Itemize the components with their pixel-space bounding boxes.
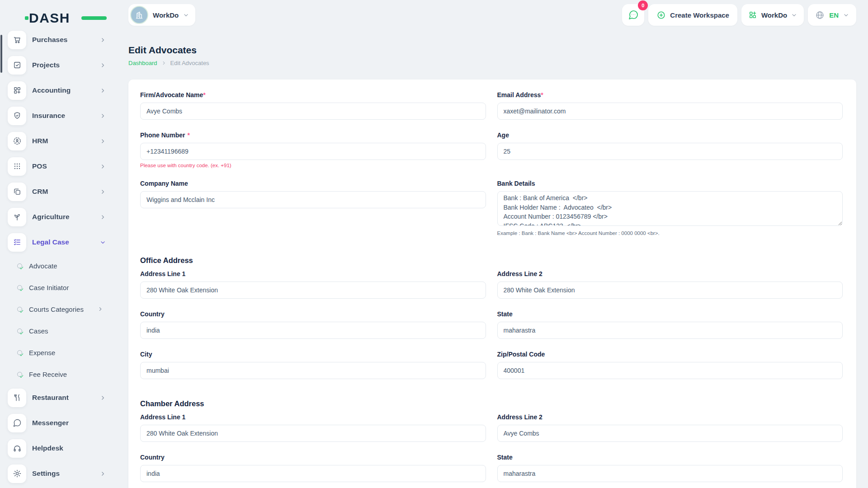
office-state-input[interactable] [497,322,843,339]
workspace-name: WorkDo [153,11,179,19]
phone-label: Phone Number* [140,131,486,139]
office-address1-label: Address Line 1 [140,270,486,277]
chamber-country-label: Country [140,454,486,461]
dots-grid-icon [8,157,26,176]
language-code: EN [829,11,839,19]
chamber-address2-input[interactable] [497,425,843,442]
sidebar-item-fee-receive[interactable]: Fee Receive [0,363,128,385]
sidebar-item-expense[interactable]: Expense [0,342,128,363]
office-country-input[interactable] [140,322,486,339]
circle-check-icon [17,263,22,268]
sidebar-item-insurance[interactable]: Insurance [0,103,128,128]
circle-check-icon [17,372,22,377]
sidebar-item-label: CRM [32,188,48,196]
chevron-down-icon [843,12,849,18]
chevron-right-icon [100,37,106,43]
sidebar-subitem-label: Cases [29,327,48,335]
chevron-right-icon [98,306,103,312]
office-city-field-group: City [140,351,486,379]
age-input[interactable] [497,143,843,160]
email-input[interactable] [497,103,843,120]
messages-button[interactable]: 0 [622,4,644,26]
workspace-switcher[interactable]: WorkDo [128,4,195,26]
sidebar-item-label: Restaurant [32,394,69,402]
sidebar-item-settings[interactable]: Settings [0,461,128,486]
office-address1-input[interactable] [140,282,486,299]
chevron-right-icon [100,88,106,94]
office-address-heading: Office Address [140,256,843,265]
chamber-address1-input[interactable] [140,425,486,442]
sidebar-item-agriculture[interactable]: Agriculture [0,204,128,230]
company-name-input[interactable] [140,191,486,208]
company-menu-button[interactable]: WorkDo [741,4,804,26]
create-workspace-label: Create Workspace [670,11,729,19]
logo-accent-dot [25,16,28,20]
chevron-right-icon [100,214,106,220]
sidebar-item-accounting[interactable]: Accounting [0,78,128,103]
office-city-input[interactable] [140,362,486,379]
chamber-address2-field-group: Address Line 2 [497,413,843,442]
company-name-field-group: Company Name [140,180,486,236]
sidebar-item-crm[interactable]: CRM [0,179,128,204]
cart-icon [8,31,26,49]
office-address2-input[interactable] [497,282,843,299]
chat-icon [628,9,639,20]
sidebar-subitem-label: Courts Categories [29,305,84,313]
chamber-address1-label: Address Line 1 [140,413,486,421]
chamber-state-input[interactable] [497,465,843,482]
sidebar-item-restaurant[interactable]: Restaurant [0,385,128,410]
breadcrumb-dashboard-link[interactable]: Dashboard [128,60,157,66]
sidebar-item-label: Messenger [32,419,69,427]
bank-details-label: Bank Details [497,180,843,187]
chat-bubble-icon [8,414,26,432]
sidebar-item-label: Accounting [32,86,71,94]
app-logo[interactable]: DASH [29,9,88,27]
sidebar-item-helpdesk[interactable]: Helpdesk [0,436,128,461]
bank-details-textarea[interactable]: Bank : Bank of America </br> Bank Holder… [497,191,843,226]
sidebar-item-legal-case[interactable]: Legal Case [0,230,128,255]
phone-hint: Please use with country code. (ex. +91) [140,163,486,168]
chamber-country-input[interactable] [140,465,486,482]
circle-check-icon [17,328,22,333]
language-selector[interactable]: EN [808,4,856,26]
sidebar-item-purchases[interactable]: Purchases [0,27,128,52]
sidebar-item-hrm[interactable]: HRM [0,128,128,154]
company-name-label: Company Name [140,180,486,187]
chevron-down-icon [100,239,106,245]
chevron-right-icon [100,164,106,169]
sidebar-subitem-label: Advocate [29,262,57,270]
sidebar-scrollbar[interactable] [0,35,2,73]
phone-field-group: Phone Number* Please use with country co… [140,131,486,168]
header-actions: 0 Create Workspace WorkDo [622,4,856,26]
sidebar-item-pos[interactable]: POS [0,154,128,179]
shield-check-icon [8,107,26,125]
office-zip-input[interactable] [497,362,843,379]
phone-input[interactable] [140,143,486,160]
create-workspace-button[interactable]: Create Workspace [648,4,737,26]
checklist-icon [8,233,26,252]
circle-check-icon [17,285,22,290]
sidebar-item-label: HRM [32,137,48,145]
sidebar-item-messenger[interactable]: Messenger [0,410,128,436]
copy-icon [8,183,26,201]
office-address1-field-group: Address Line 1 [140,270,486,299]
sidebar-item-courts-categories[interactable]: Courts Categories [0,298,128,320]
chamber-state-field-group: State [497,454,843,482]
office-city-label: City [140,351,486,358]
firm-name-input[interactable] [140,103,486,120]
sidebar-item-case-initiator[interactable]: Case Initiator [0,277,128,298]
plus-circle-icon [656,10,666,20]
sidebar-subitem-label: Case Initiator [29,284,69,291]
logo-text: DASH [29,10,70,25]
company-menu-label: WorkDo [761,11,787,19]
sidebar: DASH Purchases Projects Accounting [0,0,128,488]
gear-icon [8,465,26,483]
age-field-group: Age [497,131,843,168]
sidebar-item-cases[interactable]: Cases [0,320,128,342]
page-title: Edit Advocates [128,45,856,56]
chamber-address1-field-group: Address Line 1 [140,413,486,442]
email-label: Email Address* [497,91,843,99]
sidebar-item-label: POS [32,162,47,170]
sidebar-item-advocate[interactable]: Advocate [0,255,128,277]
sidebar-item-projects[interactable]: Projects [0,52,128,78]
